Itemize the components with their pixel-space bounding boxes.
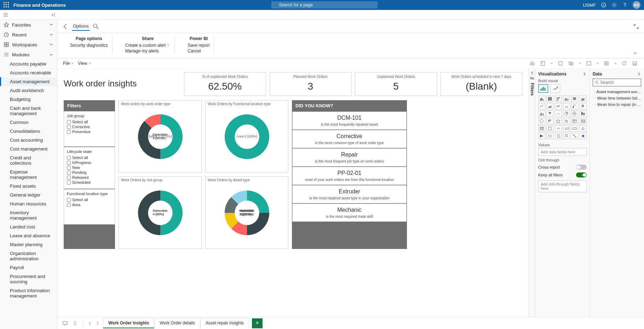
viz-type-icon[interactable]	[555, 125, 562, 132]
kpi-card[interactable]: Work Orders scheduled in next 7 days(Bla…	[441, 72, 523, 96]
data-search-input[interactable]	[600, 80, 639, 85]
viz-type-icon[interactable]	[571, 103, 578, 109]
viz-type-icon[interactable]	[555, 103, 562, 109]
layout-icon[interactable]	[585, 60, 592, 67]
format-visual-mode[interactable]	[550, 84, 560, 93]
report-tab[interactable]: Work Order insights	[103, 318, 154, 328]
viz-type-icon[interactable]	[580, 133, 587, 139]
nav-workspaces[interactable]: Workspaces	[0, 40, 57, 50]
module-item[interactable]: General ledger	[0, 191, 57, 199]
keep-filters-toggle[interactable]: On	[576, 172, 587, 177]
collapse-ribbon-icon[interactable]	[633, 51, 638, 56]
kpi-card[interactable]: % of unplanned Work Orders62.50%	[184, 72, 266, 96]
filters-pane-collapsed[interactable]: Filters	[529, 69, 535, 317]
next-tab-icon[interactable]	[95, 321, 100, 326]
page-tab-options[interactable]: Options	[72, 22, 90, 31]
module-item[interactable]: Payroll	[0, 263, 57, 272]
viz-type-icon[interactable]	[563, 103, 570, 109]
dataset-item[interactable]: Mean time to repair (in …	[593, 101, 641, 108]
viz-type-icon[interactable]	[571, 110, 578, 117]
module-item[interactable]: Budgeting	[0, 95, 57, 104]
viz-type-icon[interactable]	[563, 118, 570, 124]
viz-type-icon[interactable]	[555, 110, 562, 117]
app-launcher-icon[interactable]	[4, 2, 9, 8]
nav-modules[interactable]: Modules	[0, 50, 57, 59]
option-item[interactable]: Security diagnostics	[70, 42, 108, 48]
viz-type-icon[interactable]	[538, 118, 545, 124]
chevron-right-icon[interactable]	[637, 72, 641, 76]
binoculars-icon[interactable]	[529, 60, 536, 67]
module-item[interactable]: Credit and collections	[0, 153, 57, 168]
module-item[interactable]: Procurement and sourcing	[0, 272, 57, 286]
kpi-card[interactable]: Planned Work Orders3	[270, 72, 352, 96]
help-icon[interactable]: ?	[622, 2, 628, 8]
module-item[interactable]: Cash and bank management	[0, 104, 57, 118]
viz-type-icon[interactable]	[563, 110, 570, 117]
module-item[interactable]: Expense management	[0, 168, 57, 182]
module-item[interactable]: Cost management	[0, 144, 57, 153]
viz-type-icon[interactable]: 123	[563, 125, 570, 132]
viz-type-icon[interactable]	[580, 103, 587, 109]
option-item[interactable]: Create a custom alert	[125, 42, 171, 48]
expand-icon[interactable]	[633, 24, 639, 29]
filter-option[interactable]: Select all	[67, 119, 112, 124]
notification-icon[interactable]: 2	[601, 2, 606, 8]
viz-type-icon[interactable]	[555, 133, 562, 139]
chart-card[interactable]: Work Orders by Asset typeExtruder2 (25%)…	[205, 176, 288, 249]
viz-type-icon[interactable]	[555, 96, 562, 102]
viz-type-icon[interactable]	[580, 125, 587, 132]
chart-card[interactable]: Work Orders by Functional location typeA…	[205, 100, 288, 173]
viz-type-icon[interactable]	[546, 125, 553, 132]
viz-type-icon[interactable]	[571, 96, 578, 102]
mobile-view-icon[interactable]	[71, 320, 79, 327]
pbi-file-menu[interactable]: File	[63, 61, 74, 66]
viz-type-icon[interactable]	[538, 96, 545, 102]
chart-card[interactable]: Work Orders by Job groupCorrective4 (50%…	[119, 176, 202, 249]
module-item[interactable]: Consolidations	[0, 127, 57, 136]
fit-icon[interactable]	[603, 60, 610, 67]
chevron-right-icon[interactable]	[582, 72, 587, 76]
viz-type-icon[interactable]	[571, 125, 578, 132]
option-item[interactable]: Cancel	[188, 48, 209, 54]
desktop-view-icon[interactable]	[62, 320, 69, 327]
module-item[interactable]: Asset management	[0, 77, 57, 86]
refresh-icon[interactable]	[621, 60, 628, 67]
module-item[interactable]: Inventory management	[0, 208, 57, 222]
build-visual-mode[interactable]	[538, 84, 548, 93]
kpi-card[interactable]: Unplanned Work Orders5	[355, 72, 437, 96]
drill-fieldwell[interactable]: Add drill-through fields here	[538, 180, 587, 192]
module-item[interactable]: Cost accounting	[0, 136, 57, 144]
pbi-view-menu[interactable]: View	[78, 61, 92, 66]
filter-option[interactable]: Preventive	[67, 129, 112, 134]
viz-type-icon[interactable]	[538, 125, 545, 132]
collapse-nav-icon[interactable]	[50, 12, 640, 17]
filter-option[interactable]: Select all	[67, 155, 112, 160]
hamburger-icon[interactable]	[3, 12, 8, 18]
save-icon[interactable]	[631, 60, 638, 67]
module-item[interactable]: Accounts receivable	[0, 68, 57, 77]
back-icon[interactable]	[62, 23, 69, 30]
filter-option[interactable]: Released	[67, 175, 112, 180]
prev-tab-icon[interactable]	[87, 321, 92, 326]
viz-type-icon[interactable]	[580, 96, 587, 102]
viz-type-icon[interactable]	[571, 133, 578, 139]
option-item[interactable]: Save report	[188, 42, 209, 48]
module-item[interactable]: Audit workbench	[0, 86, 57, 95]
viz-type-icon[interactable]	[555, 118, 562, 124]
chart-card[interactable]: Work orders by work order typeCorrective…	[119, 100, 202, 173]
viz-type-icon[interactable]	[538, 110, 545, 117]
viz-type-icon[interactable]	[580, 110, 587, 117]
viz-type-icon[interactable]	[563, 96, 570, 102]
filter-option[interactable]: Corrective	[67, 124, 112, 129]
option-item[interactable]: Manage my alerts	[125, 48, 171, 54]
user-avatar[interactable]: AD	[633, 1, 640, 9]
add-tab-button[interactable]: +	[252, 318, 263, 328]
module-item[interactable]: Product information management	[0, 286, 57, 300]
module-item[interactable]: Leave and absence	[0, 231, 57, 240]
nav-favorites[interactable]: Favorites	[0, 20, 57, 30]
selection-icon[interactable]	[557, 60, 564, 67]
global-search[interactable]: Search for a page	[271, 1, 378, 8]
viz-type-icon[interactable]	[546, 103, 553, 109]
viz-type-icon[interactable]	[538, 103, 545, 109]
viz-type-icon[interactable]	[571, 118, 578, 124]
